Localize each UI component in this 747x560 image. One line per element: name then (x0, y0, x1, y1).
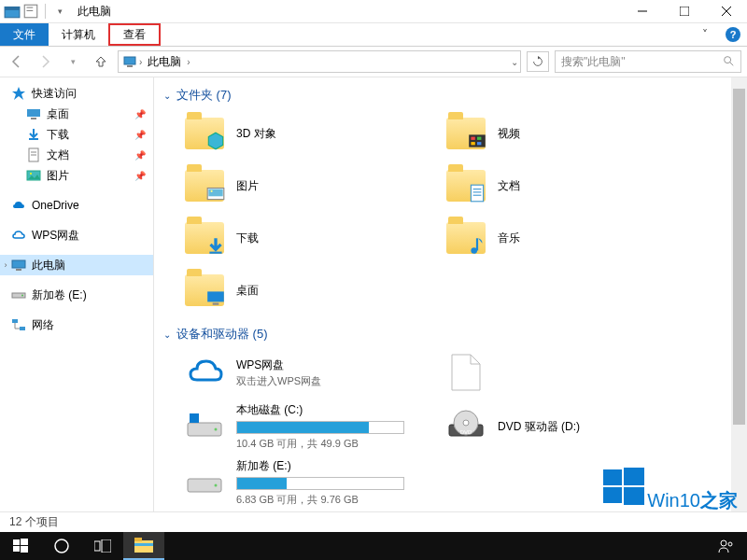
sidebar-label: 图片 (47, 168, 69, 184)
sidebar-label: 下载 (47, 127, 69, 143)
sidebar-item-documents[interactable]: 文档 📌 (0, 145, 153, 165)
vertical-scrollbar[interactable] (731, 77, 747, 532)
navigation-sidebar: 快速访问 桌面 📌 下载 📌 文档 📌 图片 📌 OneDrive (0, 77, 154, 532)
minimize-button[interactable] (621, 0, 663, 23)
forward-button[interactable] (34, 50, 56, 73)
item-label: 下载 (236, 231, 259, 246)
star-icon (11, 86, 26, 101)
start-button[interactable] (0, 532, 41, 560)
device-file[interactable] (444, 350, 686, 395)
chevron-down-icon: ⌄ (163, 329, 171, 340)
device-drive-c[interactable]: 本地磁盘 (C:) 10.4 GB 可用，共 49.9 GB (182, 402, 425, 451)
svg-marker-30 (208, 133, 222, 149)
sidebar-onedrive[interactable]: OneDrive (0, 195, 153, 216)
address-dropdown-icon[interactable]: ⌄ (511, 57, 518, 67)
svg-rect-26 (12, 319, 18, 323)
refresh-button[interactable] (527, 51, 549, 72)
item-label: 图片 (236, 178, 259, 194)
tab-computer[interactable]: 计算机 (49, 23, 108, 46)
qat-properties-icon[interactable] (22, 3, 39, 20)
sidebar-item-pictures[interactable]: 图片 📌 (0, 165, 153, 186)
folder-icon (444, 111, 488, 156)
cortana-button[interactable] (41, 532, 82, 560)
folder-icon (182, 216, 227, 260)
ribbon-tabs: 文件 计算机 查看 ˅ ? (0, 23, 747, 47)
sidebar-item-downloads[interactable]: 下载 📌 (0, 124, 153, 145)
svg-point-66 (55, 539, 68, 553)
item-label: 3D 对象 (236, 126, 276, 142)
device-dvd[interactable]: DVD DVD 驱动器 (D:) (444, 402, 686, 451)
pin-icon: 📌 (134, 171, 146, 181)
sidebar-label: 此电脑 (32, 258, 65, 273)
download-icon (26, 127, 41, 142)
tab-view[interactable]: 查看 (108, 23, 161, 46)
sidebar-item-desktop[interactable]: 桌面 📌 (0, 104, 153, 124)
svg-rect-64 (13, 546, 20, 552)
sidebar-this-pc[interactable]: › 此电脑 (0, 255, 153, 275)
search-placeholder: 搜索"此电脑" (561, 54, 626, 70)
device-wps[interactable]: WPS网盘 双击进入WPS网盘 (182, 350, 425, 395)
svg-point-21 (30, 173, 32, 175)
sidebar-drive-e[interactable]: 新加卷 (E:) (0, 285, 153, 305)
recent-dropdown[interactable]: ▾ (62, 50, 84, 73)
svg-rect-63 (21, 539, 28, 545)
svg-point-57 (215, 484, 218, 487)
close-button[interactable] (705, 0, 747, 23)
tab-file[interactable]: 文件 (0, 23, 49, 46)
pin-icon: 📌 (134, 150, 146, 161)
task-view-button[interactable] (82, 532, 123, 560)
cloud-icon (182, 350, 227, 395)
breadcrumb[interactable]: 此电脑 (142, 54, 187, 70)
item-label: 音乐 (498, 231, 520, 246)
svg-rect-71 (134, 543, 153, 546)
group-devices-header[interactable]: ⌄ 设备和驱动器 (5) (163, 326, 738, 343)
svg-rect-68 (102, 539, 111, 553)
drive-usage-bar (236, 477, 404, 490)
search-input[interactable]: 搜索"此电脑" (555, 50, 741, 73)
help-button[interactable]: ? (719, 23, 747, 46)
item-label: 视频 (498, 126, 520, 142)
svg-rect-61 (624, 487, 644, 505)
svg-rect-47 (213, 303, 219, 305)
people-button[interactable] (706, 532, 747, 560)
expand-icon[interactable]: › (0, 260, 11, 270)
cloud-icon (11, 198, 26, 213)
svg-rect-51 (190, 413, 194, 418)
svg-rect-39 (471, 185, 483, 202)
ribbon-expand-icon[interactable]: ˅ (691, 23, 719, 46)
sidebar-network[interactable]: 网络 (0, 315, 153, 335)
sidebar-label: 快速访问 (32, 86, 77, 102)
qat-dropdown-icon[interactable]: ▾ (51, 3, 68, 20)
svg-rect-70 (134, 538, 142, 541)
svg-line-12 (730, 62, 734, 65)
folder-music[interactable]: 音乐 (444, 216, 686, 260)
back-button[interactable] (6, 50, 28, 73)
group-folders-header[interactable]: ⌄ 文件夹 (7) (163, 87, 738, 104)
picture-icon (26, 168, 41, 183)
chevron-right-icon[interactable]: › (187, 57, 190, 67)
svg-rect-65 (21, 546, 28, 553)
svg-rect-32 (471, 137, 474, 140)
search-icon (722, 54, 735, 70)
folder-documents[interactable]: 文档 (444, 163, 686, 208)
window-buttons (621, 0, 747, 23)
document-icon (26, 147, 41, 162)
svg-rect-15 (31, 118, 36, 119)
item-label: DVD 驱动器 (D:) (498, 419, 580, 435)
sidebar-quick-access[interactable]: 快速访问 (0, 83, 153, 104)
up-button[interactable] (90, 50, 112, 73)
sidebar-wps[interactable]: WPS网盘 (0, 225, 153, 245)
folder-3d-objects[interactable]: 3D 对象 (182, 111, 425, 156)
maximize-button[interactable] (663, 0, 705, 23)
device-drive-e[interactable]: 新加卷 (E:) 6.83 GB 可用，共 9.76 GB (182, 458, 425, 507)
sidebar-label: WPS网盘 (32, 228, 79, 244)
folder-pictures[interactable]: 图片 (182, 163, 425, 208)
address-bar[interactable]: › 此电脑 › ⌄ (118, 50, 521, 73)
folder-downloads[interactable]: 下载 (182, 216, 425, 260)
folder-videos[interactable]: 视频 (444, 111, 686, 156)
status-bar: 12 个项目 (0, 511, 747, 532)
taskbar-explorer[interactable] (123, 532, 164, 560)
svg-point-25 (21, 295, 23, 297)
svg-rect-59 (624, 468, 644, 485)
folder-desktop[interactable]: 桌面 (182, 268, 425, 313)
